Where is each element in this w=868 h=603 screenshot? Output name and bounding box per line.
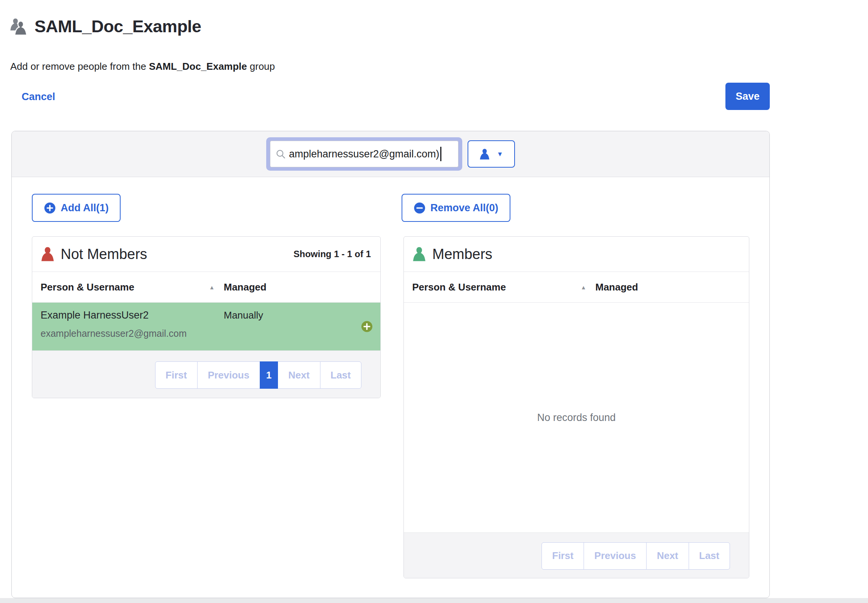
members-header: Members <box>404 237 749 272</box>
column-managed: Managed <box>595 281 638 293</box>
members-footer: First Previous Next Last <box>404 533 749 578</box>
members-panel: Members Person & Username ▲ Managed No r… <box>403 236 749 578</box>
person-icon <box>479 148 490 160</box>
search-input[interactable]: ampleharnessuser2@gmail.com) <box>270 141 458 167</box>
person-username: exampleharnessuser2@gmail.com <box>41 328 224 339</box>
members-pagination: First Previous Next Last <box>542 542 730 570</box>
sort-asc-icon: ▲ <box>581 284 586 291</box>
pagination-next-button[interactable]: Next <box>646 542 689 570</box>
minus-circle-icon <box>414 202 425 214</box>
search-scope-dropdown[interactable]: ▼ <box>468 140 515 168</box>
chevron-down-icon: ▼ <box>497 151 503 157</box>
not-members-panel: Not Members Showing 1 - 1 of 1 Person & … <box>32 236 381 398</box>
column-person-username-label: Person & Username <box>41 281 134 293</box>
not-members-person-icon <box>41 246 55 262</box>
not-members-pagination: First Previous 1 Next Last <box>155 361 361 389</box>
column-person-username-label: Person & Username <box>412 281 506 293</box>
remove-all-label: Remove All(0) <box>430 202 498 214</box>
group-icon <box>9 17 28 36</box>
column-person-username[interactable]: Person & Username ▲ <box>32 281 224 293</box>
pagination-next-button[interactable]: Next <box>278 361 320 389</box>
person-name: Example HarnessUser2 <box>41 309 224 321</box>
remove-all-button[interactable]: Remove All(0) <box>402 194 510 222</box>
not-members-title: Not Members <box>61 246 147 262</box>
search-bar: ampleharnessuser2@gmail.com) ▼ <box>12 131 769 177</box>
search-focus-ring: ampleharnessuser2@gmail.com) <box>266 137 462 171</box>
page-bottom-strip <box>0 598 868 603</box>
not-members-column-headers: Person & Username ▲ Managed <box>32 272 380 303</box>
search-input-value: ampleharnessuser2@gmail.com) <box>289 148 439 160</box>
members-column-headers: Person & Username ▲ Managed <box>404 272 749 303</box>
panels-area: Add All(1) Remove All(0) Not Members Sho… <box>12 177 769 598</box>
column-person-username[interactable]: Person & Username ▲ <box>404 281 595 293</box>
save-button[interactable]: Save <box>725 83 770 110</box>
members-empty-body: No records found <box>404 303 749 533</box>
row-person-cell: Example HarnessUser2 exampleharnessuser2… <box>32 303 224 350</box>
page-title: SAML_Doc_Example <box>35 17 201 36</box>
not-members-footer: First Previous 1 Next Last <box>32 350 380 398</box>
cancel-link[interactable]: Cancel <box>22 91 55 103</box>
add-person-icon[interactable] <box>361 321 373 333</box>
membership-editor: ampleharnessuser2@gmail.com) ▼ Add All(1… <box>11 131 770 598</box>
plus-circle-icon <box>44 202 56 214</box>
group-membership-page: SAML_Doc_Example Add or remove people fr… <box>0 0 868 603</box>
subtitle-suffix: group <box>247 61 275 72</box>
page-subtitle: Add or remove people from the SAML_Doc_E… <box>10 61 275 72</box>
pagination-previous-button[interactable]: Previous <box>197 361 260 389</box>
table-row[interactable]: Example HarnessUser2 exampleharnessuser2… <box>32 303 380 350</box>
showing-count: Showing 1 - 1 of 1 <box>294 249 371 259</box>
page-header: SAML_Doc_Example <box>9 17 201 36</box>
pagination-last-button[interactable]: Last <box>320 361 361 389</box>
column-managed: Managed <box>224 281 267 293</box>
pagination-previous-button[interactable]: Previous <box>584 542 647 570</box>
pagination-last-button[interactable]: Last <box>689 542 730 570</box>
sort-asc-icon: ▲ <box>209 284 215 291</box>
pagination-first-button[interactable]: First <box>542 542 584 570</box>
row-managed-cell: Manually <box>224 303 263 350</box>
members-person-icon <box>412 246 426 262</box>
pagination-first-button[interactable]: First <box>155 361 198 389</box>
add-all-label: Add All(1) <box>61 202 108 214</box>
search-icon <box>276 149 286 159</box>
subtitle-prefix: Add or remove people from the <box>10 61 149 72</box>
pagination-page-1-button[interactable]: 1 <box>260 361 278 389</box>
text-cursor <box>440 147 441 161</box>
members-title: Members <box>432 246 492 262</box>
subtitle-group-name: SAML_Doc_Example <box>149 61 247 72</box>
add-all-button[interactable]: Add All(1) <box>32 194 121 222</box>
no-records-text: No records found <box>537 412 615 424</box>
not-members-header: Not Members Showing 1 - 1 of 1 <box>32 237 380 272</box>
